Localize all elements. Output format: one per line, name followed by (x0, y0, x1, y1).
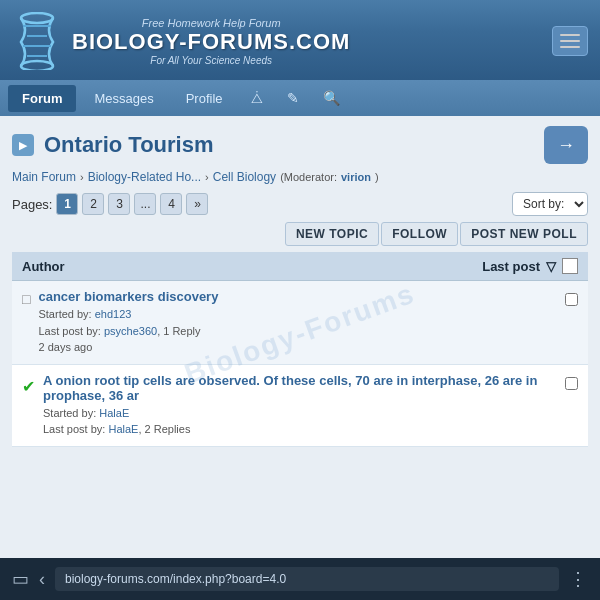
breadcrumb-moderator-name: virion (341, 171, 371, 183)
watermark-area: Biology-Forums NEW TOPIC FOLLOW POST NEW… (12, 222, 588, 447)
started-by-user-2[interactable]: HalaE (99, 407, 129, 419)
pagination-row: Pages: 1 2 3 ... 4 » Sort by: Date Title… (12, 192, 588, 216)
last-post-label-2: Last post by: (43, 423, 105, 435)
svg-point-1 (21, 61, 53, 70)
bottom-bar: ▭ ‹ biology-forums.com/index.php?board=4… (0, 558, 600, 600)
breadcrumb-subsection[interactable]: Cell Biology (213, 170, 276, 184)
replies-2: 2 Replies (145, 423, 191, 435)
page-next-button[interactable]: » (186, 193, 208, 215)
replies-1: 1 Reply (163, 325, 200, 337)
header-text: Free Homework Help Forum BIOLOGY-FORUMS.… (72, 17, 350, 66)
nav-item-messages[interactable]: Messages (80, 85, 167, 112)
topic-meta-1: Started by: ehd123 Last post by: psyche3… (38, 306, 557, 356)
navbar: Forum Messages Profile ⧊ ✎ 🔍 (0, 80, 600, 116)
topic-info-1: cancer biomarkers discovery Started by: … (38, 289, 557, 356)
next-arrow-button[interactable]: → (544, 126, 588, 164)
breadcrumb-moderator-close: ) (375, 171, 379, 183)
row-2-right (565, 373, 578, 390)
page-3-button[interactable]: 3 (108, 193, 130, 215)
breadcrumb: Main Forum › Biology-Related Ho... › Cel… (12, 170, 588, 184)
post-new-poll-button[interactable]: POST NEW POLL (460, 222, 588, 246)
dna-logo-icon (12, 11, 62, 71)
topic-type-icon: □ (22, 291, 30, 307)
breadcrumb-sep-2: › (205, 171, 209, 183)
menu-bar-2 (560, 40, 580, 42)
free-hw-label: Free Homework Help Forum (72, 17, 350, 29)
site-title: BIOLOGY-FORUMS.COM (72, 29, 350, 55)
org-chart-icon[interactable]: ⧊ (241, 84, 273, 113)
pages-label: Pages: (12, 197, 52, 212)
select-all-checkbox[interactable] (562, 258, 578, 274)
menu-bar-1 (560, 34, 580, 36)
breadcrumb-section[interactable]: Biology-Related Ho... (88, 170, 201, 184)
topic-header: ▶ Ontario Tourism → (12, 126, 588, 164)
edit-icon[interactable]: ✎ (277, 84, 309, 112)
back-arrow-icon[interactable]: ‹ (39, 569, 45, 590)
topic-link-1[interactable]: cancer biomarkers discovery (38, 289, 557, 304)
breadcrumb-sep-1: › (80, 171, 84, 183)
last-post-user-2[interactable]: HalaE (108, 423, 138, 435)
site-header: Free Homework Help Forum BIOLOGY-FORUMS.… (0, 0, 600, 80)
author-column-header: Author (22, 259, 65, 274)
nav-item-forum[interactable]: Forum (8, 85, 76, 112)
last-post-column-header: Last post ▽ (482, 258, 578, 274)
menu-bar-3 (560, 46, 580, 48)
more-options-icon[interactable]: ⋮ (569, 568, 588, 590)
row-2-checkbox[interactable] (565, 377, 578, 390)
time-ago-1: 2 days ago (38, 341, 92, 353)
header-left: Free Homework Help Forum BIOLOGY-FORUMS.… (12, 11, 350, 71)
topic-link-2[interactable]: A onion root tip cells are observed. Of … (43, 373, 557, 403)
sort-down-icon: ▽ (546, 259, 556, 274)
started-by-label-2: Started by: (43, 407, 96, 419)
table-row: □ cancer biomarkers discovery Started by… (12, 281, 588, 365)
breadcrumb-moderator-label: (Moderator: (280, 171, 337, 183)
svg-point-0 (21, 13, 53, 23)
last-post-label-1: Last post by: (38, 325, 100, 337)
url-bar[interactable]: biology-forums.com/index.php?board=4.0 (55, 567, 559, 591)
page-2-button[interactable]: 2 (82, 193, 104, 215)
sort-select[interactable]: Sort by: Date Title Author (512, 192, 588, 216)
action-buttons: NEW TOPIC FOLLOW POST NEW POLL (12, 222, 588, 246)
menu-button[interactable] (552, 26, 588, 56)
sort-select-wrapper[interactable]: Sort by: Date Title Author (512, 192, 588, 216)
tab-icon[interactable]: ▭ (12, 568, 29, 590)
topic-title-row: ▶ Ontario Tourism (12, 132, 214, 158)
play-icon[interactable]: ▶ (12, 134, 34, 156)
topic-meta-2: Started by: HalaE Last post by: HalaE, 2… (43, 405, 557, 438)
follow-button[interactable]: FOLLOW (381, 222, 458, 246)
page-ellipsis: ... (134, 193, 156, 215)
last-post-user-1[interactable]: psyche360 (104, 325, 157, 337)
page-4-button[interactable]: 4 (160, 193, 182, 215)
site-tagline: For All Your Science Needs (72, 55, 350, 66)
pages-left: Pages: 1 2 3 ... 4 » (12, 193, 208, 215)
table-row: ✔ A onion root tip cells are observed. O… (12, 365, 588, 447)
topic-title: Ontario Tourism (44, 132, 214, 158)
table-header: Author Last post ▽ (12, 252, 588, 281)
started-by-label-1: Started by: (38, 308, 91, 320)
row-1-right (565, 289, 578, 306)
search-icon[interactable]: 🔍 (313, 84, 350, 112)
nav-item-profile[interactable]: Profile (172, 85, 237, 112)
row-1-checkbox[interactable] (565, 293, 578, 306)
started-by-user-1[interactable]: ehd123 (95, 308, 132, 320)
main-content: ▶ Ontario Tourism → Main Forum › Biology… (0, 116, 600, 447)
page-1-button[interactable]: 1 (56, 193, 78, 215)
new-topic-button[interactable]: NEW TOPIC (285, 222, 379, 246)
topic-info-2: A onion root tip cells are observed. Of … (43, 373, 557, 438)
breadcrumb-main[interactable]: Main Forum (12, 170, 76, 184)
answered-icon: ✔ (22, 377, 35, 396)
